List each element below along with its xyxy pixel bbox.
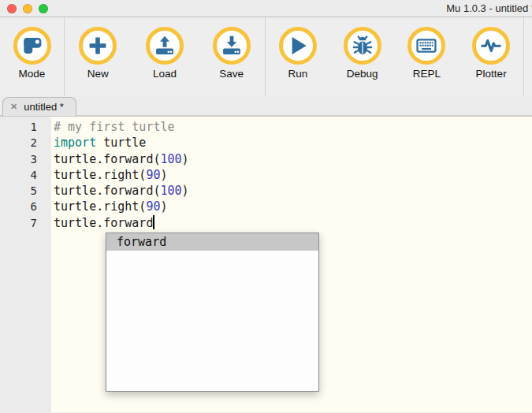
traffic-lights: [7, 4, 48, 13]
code-segment-code: ): [160, 199, 167, 214]
code-segment-keyword: import: [54, 136, 96, 150]
line-number: 7: [0, 215, 51, 232]
code-segment-comment: # my first turtle: [54, 120, 175, 134]
code-text[interactable]: import turtle: [51, 135, 146, 151]
load-upload-icon: [146, 27, 184, 65]
code-line: 2import turtle: [0, 135, 532, 151]
toolbar-group-mode: Mode: [0, 17, 65, 96]
toolbar-group-run: Run Debug: [266, 17, 524, 96]
code-segment-code: turtle.right(: [54, 199, 146, 214]
mode-button[interactable]: Mode: [1, 27, 64, 96]
code-line: 1# my first turtle: [0, 119, 532, 135]
code-segment-number: 90: [146, 168, 160, 182]
code-segment-code: turtle.forward: [54, 216, 153, 230]
code-segment-code: ): [182, 184, 189, 198]
code-segment-code: turtle: [96, 136, 146, 150]
save-button-label: Save: [219, 68, 244, 80]
toolbar-group-file: New Load Save: [65, 17, 266, 96]
text-caret: [153, 215, 154, 229]
line-number: 3: [0, 151, 51, 167]
toolbar: Mode New Load: [0, 17, 532, 96]
new-button[interactable]: New: [66, 27, 129, 96]
line-number: 1: [0, 119, 51, 135]
plotter-pulse-icon: [472, 27, 510, 65]
mode-icon: [13, 27, 51, 65]
mode-button-label: Mode: [19, 68, 46, 80]
repl-button[interactable]: REPL: [395, 27, 458, 96]
code-line: 3turtle.forward(100): [0, 151, 532, 167]
close-window-button[interactable]: [7, 4, 17, 13]
new-file-icon: [79, 27, 117, 65]
repl-button-label: REPL: [413, 68, 441, 80]
line-number: 5: [0, 183, 51, 199]
save-download-icon: [213, 27, 251, 65]
tab-label: untitled *: [24, 101, 64, 113]
code-segment-code: ): [160, 168, 167, 182]
tab-close-icon[interactable]: ✕: [10, 102, 17, 112]
code-segment-number: 100: [160, 152, 181, 166]
tab-untitled[interactable]: ✕ untitled *: [2, 97, 76, 116]
code-text[interactable]: turtle.right(90): [51, 167, 168, 183]
zoom-window-button[interactable]: [39, 4, 48, 13]
title-bar: Mu 1.0.3 - untitled *: [0, 0, 532, 17]
debug-button-label: Debug: [347, 68, 378, 80]
code-line: 7turtle.forward: [0, 215, 532, 232]
load-button[interactable]: Load: [133, 27, 196, 96]
line-number: 6: [0, 199, 51, 214]
code-line: 5turtle.forward(100): [0, 183, 532, 199]
code-text[interactable]: # my first turtle: [51, 119, 175, 135]
run-button-label: Run: [288, 68, 307, 80]
debug-button[interactable]: Debug: [331, 27, 394, 96]
minimize-window-button[interactable]: [23, 4, 32, 13]
code-text[interactable]: turtle.forward(100): [51, 183, 189, 199]
debug-bug-icon: [344, 27, 381, 65]
code-text[interactable]: turtle.forward(100): [51, 151, 189, 167]
plotter-button-label: Plotter: [476, 68, 507, 80]
code-segment-number: 100: [160, 184, 181, 198]
line-number: 4: [0, 167, 51, 183]
code-segment-code: turtle.forward(: [54, 184, 160, 198]
autocomplete-item[interactable]: forward: [106, 233, 318, 251]
code-segment-number: 90: [146, 199, 160, 214]
line-number: 2: [0, 135, 51, 151]
repl-keyboard-icon: [407, 27, 445, 65]
code-segment-code: turtle.forward(: [54, 152, 160, 166]
code-text[interactable]: turtle.forward: [51, 215, 154, 232]
code-text[interactable]: turtle.right(90): [51, 199, 168, 214]
save-button[interactable]: Save: [200, 27, 263, 96]
new-button-label: New: [87, 68, 109, 80]
run-play-icon: [279, 27, 317, 65]
code-segment-code: turtle.right(: [54, 168, 146, 182]
code-line: 6turtle.right(90): [0, 199, 532, 214]
code-line: 4turtle.right(90): [0, 167, 532, 183]
plotter-button[interactable]: Plotter: [459, 27, 523, 96]
load-button-label: Load: [153, 68, 177, 80]
window-title: Mu 1.0.3 - untitled *: [446, 2, 532, 14]
run-button[interactable]: Run: [266, 27, 329, 96]
tab-bar: ✕ untitled *: [0, 96, 532, 116]
autocomplete-popup: forward: [106, 233, 319, 392]
code-segment-code: ): [182, 152, 189, 166]
